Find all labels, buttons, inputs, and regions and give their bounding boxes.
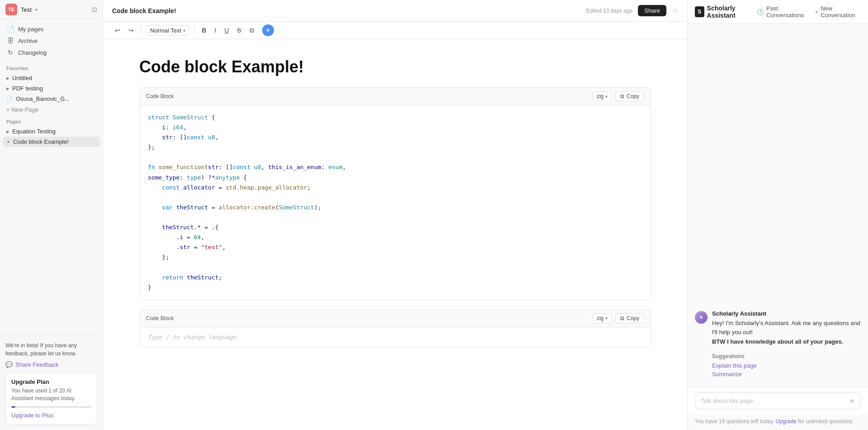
chat-input[interactable]: [701, 397, 849, 404]
sidebar-item-label: Equation Testing: [12, 128, 56, 135]
new-conversation-link[interactable]: + New Conversation: [815, 5, 861, 19]
copy-label: Copy: [627, 315, 639, 321]
sidebar-item-untitled[interactable]: ▶ Untitled: [3, 73, 100, 83]
favorites-label: Favorites: [0, 62, 103, 73]
code-block-label: Code Block: [146, 93, 174, 99]
sidebar-item-label: Untitled: [12, 75, 32, 81]
suggestion-explain[interactable]: Explain this page: [712, 362, 861, 369]
chat-footer: You have 19 questions left today. Upgrad…: [688, 415, 868, 430]
send-icon[interactable]: ➤: [849, 397, 855, 405]
right-panel-nav: 🕐 Past Conversations + New Conversation: [757, 5, 861, 19]
sidebar-toggle-icon[interactable]: ⊡: [92, 6, 97, 13]
copy-icon: ⧉: [620, 315, 624, 321]
underline-button[interactable]: U: [222, 25, 231, 36]
plus-icon: +: [815, 9, 819, 15]
text-style-label: Normal Text: [150, 27, 181, 34]
document-title[interactable]: Code block Example!: [139, 57, 651, 76]
chat-input-wrapper: ➤: [695, 392, 861, 409]
assistant-name: Scholarly Assistant: [712, 310, 861, 317]
past-conversations-label: Past Conversations: [766, 5, 808, 19]
sidebar-nav-label: My pages: [18, 26, 43, 33]
sidebar-item-label: PDF testing: [12, 85, 43, 92]
language-selector[interactable]: zig ▾: [593, 313, 612, 323]
sidebar-item-equation-testing[interactable]: ▶ Equation Testing: [3, 126, 100, 137]
sidebar-item-changelog[interactable]: ↻ Changelog: [3, 47, 100, 58]
assistant-avatar: ✦: [695, 311, 708, 324]
code-block-2-controls: zig ▾ ⧉ Copy: [593, 313, 644, 323]
past-conversations-link[interactable]: 🕐 Past Conversations: [757, 5, 808, 19]
code-block-1-controls: zig ▾ ⧉ Copy: [593, 91, 644, 101]
undo-button[interactable]: ↩: [112, 25, 123, 36]
sidebar-item-osuva[interactable]: 📄 Osuva_Banovic_G...: [3, 94, 100, 104]
file-icon: 📄: [6, 96, 13, 102]
chevron-icon: ▶: [6, 129, 9, 134]
chevron-icon: ▶: [6, 86, 9, 91]
upgrade-to-plus-link[interactable]: Upgrade to Plus: [11, 412, 53, 419]
italic-button[interactable]: I: [212, 25, 219, 36]
upgrade-title: Upgrade Plan: [11, 378, 91, 385]
sidebar-item-label: Code block Example!: [13, 138, 69, 145]
sidebar-item-pdf-testing[interactable]: ▶ PDF testing: [3, 83, 100, 94]
new-page-label: + New Page: [6, 106, 38, 113]
share-feedback-label: Share Feedback: [15, 361, 58, 368]
strikethrough-button[interactable]: S: [234, 25, 244, 36]
share-button[interactable]: Share: [638, 5, 666, 16]
copy-format-button[interactable]: ⧉: [247, 25, 257, 36]
toolbar-separator: [194, 26, 194, 35]
sidebar-item-code-block[interactable]: ▼ Code block Example!: [3, 137, 100, 147]
upgrade-desc: You have used 1 of 20 AI Assistant messa…: [11, 387, 91, 402]
text-style-dropdown[interactable]: Normal Text ▾: [146, 25, 189, 36]
right-panel-body: ✦ Scholarly Assistant Hey! I'm Scholarly…: [688, 24, 868, 430]
new-page-button[interactable]: + New Page: [0, 104, 103, 115]
changelog-icon: ↻: [6, 49, 14, 56]
new-conversation-label: New Conversation: [821, 5, 861, 19]
suggestion-summarize[interactable]: Summarize: [712, 371, 861, 378]
pages-label: Pages: [0, 115, 103, 126]
toolbar: ↩ ↪ Normal Text ▾ B I U S ⧉ +: [103, 22, 687, 39]
sidebar-nav-label: Changelog: [18, 49, 47, 56]
user-avatar: TE: [5, 4, 17, 15]
footer-text: You have 19 questions left today.: [695, 418, 776, 425]
topbar-right: Edited 13 days ago Share ☆: [586, 5, 678, 16]
sidebar-item-my-pages[interactable]: 📄 My pages: [3, 23, 100, 35]
chevron-icon: ▶: [6, 76, 9, 80]
language-label: zig: [597, 315, 604, 321]
main-content: Code block Example! Edited 13 days ago S…: [103, 0, 687, 430]
chevron-icon: ▼: [6, 140, 10, 144]
feedback-icon: 💬: [5, 361, 13, 368]
upgrade-progress-bar: [11, 406, 91, 408]
code-block-1-header: Code Block zig ▾ ⧉ Copy: [140, 88, 651, 105]
upgrade-link[interactable]: Upgrade: [776, 418, 797, 425]
star-icon[interactable]: ☆: [672, 6, 678, 15]
chat-input-area: ➤: [688, 387, 868, 415]
share-feedback-button[interactable]: 💬 Share Feedback: [5, 361, 97, 368]
editor-area[interactable]: Code block Example! Code Block zig ▾ ⧉ C…: [103, 39, 687, 430]
assistant-message: ✦ Scholarly Assistant Hey! I'm Scholarly…: [695, 310, 861, 379]
upgrade-box: Upgrade Plan You have used 1 of 20 AI As…: [5, 373, 97, 425]
copy-button[interactable]: ⧉ Copy: [615, 91, 644, 101]
copy-button[interactable]: ⧉ Copy: [615, 313, 644, 323]
language-selector[interactable]: zig ▾: [593, 91, 612, 101]
add-block-button[interactable]: +: [262, 24, 274, 36]
favorites-list: ▶ Untitled ▶ PDF testing 📄 Osuva_Banovic…: [0, 73, 103, 104]
sidebar-user[interactable]: TE Test ▾: [5, 4, 38, 15]
code-placeholder[interactable]: Type / to change language: [140, 327, 651, 347]
scholarly-logo: S Scholarly Assistant: [695, 5, 757, 19]
user-name: Test: [21, 6, 32, 13]
lang-chevron-icon: ▾: [605, 94, 608, 99]
redo-button[interactable]: ↪: [126, 25, 137, 36]
code-content[interactable]: struct SomeStruct { i: i64, str: []const…: [140, 105, 651, 300]
text-style-chevron-icon: ▾: [183, 28, 185, 33]
pages-list: ▶ Equation Testing ▼ Code block Example!: [0, 126, 103, 147]
archive-icon: 🗄: [6, 37, 14, 44]
sidebar-nav-label: Archive: [18, 38, 38, 44]
right-panel-header: S Scholarly Assistant 🕐 Past Conversatio…: [688, 0, 868, 24]
bold-button[interactable]: B: [199, 25, 209, 36]
sidebar-item-archive[interactable]: 🗄 Archive: [3, 35, 100, 47]
scholarly-icon: S: [695, 6, 704, 17]
language-label: zig: [597, 93, 604, 99]
edit-status: Edited 13 days ago: [586, 8, 633, 14]
chat-messages: ✦ Scholarly Assistant Hey! I'm Scholarly…: [688, 24, 868, 387]
history-icon: 🕐: [757, 9, 764, 15]
lang-chevron-icon: ▾: [605, 316, 608, 321]
